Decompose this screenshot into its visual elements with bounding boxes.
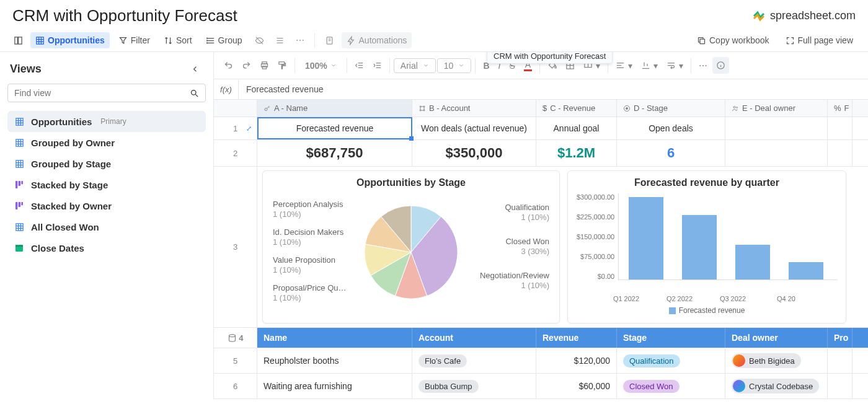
th-name[interactable]: Name (257, 328, 412, 348)
account-chip[interactable]: Flo's Cafe (418, 354, 467, 367)
th-prob[interactable]: Pro (828, 328, 852, 348)
wrap-button[interactable]: ▾ (663, 57, 687, 74)
fullpage-button[interactable]: Full page view (781, 32, 859, 48)
current-sheet-label: Opportunities (48, 35, 105, 45)
group-icon (206, 36, 215, 45)
owner-chip[interactable]: Beth Bigidea (732, 353, 801, 368)
cell-F1[interactable] (828, 117, 852, 139)
sidebar-view-item[interactable]: Close Dates (7, 237, 206, 258)
row-number[interactable]: 3 (214, 167, 257, 327)
cell-D1[interactable]: Open deals (617, 117, 725, 139)
sidebar-view-item[interactable]: OpportunitiesPrimary (7, 111, 206, 132)
row-number[interactable]: 2 (214, 140, 257, 166)
brand-logo[interactable]: spreadsheet.com (751, 9, 856, 24)
corner-cell[interactable] (214, 100, 257, 117)
row-number[interactable]: 5 (214, 348, 257, 373)
cell-B2[interactable]: $350,000 (412, 140, 536, 166)
cell-owner[interactable]: Crystal Codebase (725, 374, 828, 398)
pie-slice-label: Perception Analysis1 (10%) (273, 200, 343, 219)
find-view-input-wrap[interactable] (7, 84, 206, 102)
row-height-button[interactable] (272, 32, 288, 49)
cell-A1[interactable]: Forecasted revenue (257, 117, 412, 139)
fx-value[interactable]: Forecasted revenue (239, 79, 331, 99)
cell-account[interactable]: Bubba Gump (412, 374, 536, 398)
cell-E1[interactable] (725, 117, 828, 139)
svg-rect-2 (37, 37, 43, 43)
page-title: CRM with Opportunity Forecast (12, 6, 237, 25)
cell-name[interactable]: Reupholster booths (257, 348, 412, 373)
cell-D2[interactable]: 6 (617, 140, 725, 166)
row-number[interactable]: 6 (214, 374, 257, 398)
cell-name[interactable]: Waiting area furnishing (257, 374, 412, 398)
cell-revenue[interactable]: $120,000 (536, 348, 617, 373)
cell-stage[interactable]: Closed Won (617, 374, 725, 398)
row-number[interactable]: 1⤢ (214, 117, 257, 139)
filter-button[interactable]: Filter (113, 32, 155, 48)
th-account[interactable]: Account (412, 328, 536, 348)
sidebar-view-item[interactable]: Grouped by Stage (7, 153, 206, 174)
spreadsheet-grid[interactable]: A - Name B - Account $C - Revenue D - St… (214, 100, 868, 399)
cell-A2[interactable]: $687,750 (257, 140, 412, 166)
app-header: CRM with Opportunity Forecast spreadshee… (0, 0, 868, 29)
view-label: Opportunities (31, 117, 92, 127)
redo-button[interactable] (238, 57, 255, 74)
copy-workbook-button[interactable]: Copy workbook (692, 32, 774, 48)
info-button[interactable] (712, 57, 729, 74)
font-size-select[interactable]: 10 (437, 58, 472, 73)
th-revenue[interactable]: Revenue (536, 328, 617, 348)
col-header-D[interactable]: D - Stage (617, 100, 725, 117)
stage-chip[interactable]: Closed Won (623, 380, 680, 393)
col-header-B[interactable]: B - Account (412, 100, 536, 117)
collapse-sidebar-button[interactable] (187, 61, 203, 77)
stage-chip[interactable]: Qualification (623, 354, 680, 367)
group-button[interactable]: Group (201, 32, 247, 48)
col-header-F[interactable]: %F (828, 100, 852, 117)
font-family-select[interactable]: Arial (394, 58, 436, 73)
cell-prob[interactable] (828, 348, 852, 373)
indent-button[interactable] (369, 57, 386, 74)
hide-columns-button[interactable] (251, 32, 268, 49)
automations-button[interactable]: Automations (342, 32, 412, 48)
outdent-button[interactable] (351, 57, 368, 74)
share-form-button[interactable] (321, 32, 338, 49)
sidebar-view-item[interactable]: Stacked by Owner (7, 195, 206, 216)
zoom-select[interactable]: 100% (299, 59, 343, 73)
owner-chip[interactable]: Crystal Codebase (732, 379, 819, 394)
valign-button[interactable]: ▾ (637, 57, 662, 74)
cell-E2[interactable] (725, 140, 828, 166)
more-button[interactable]: ⋯ (292, 32, 308, 49)
cell-C1[interactable]: Annual goal (536, 117, 617, 139)
th-owner[interactable]: Deal owner (725, 328, 828, 348)
col-header-E[interactable]: E - Deal owner (725, 100, 828, 117)
redo-icon (242, 61, 251, 70)
overflow-menu-button[interactable]: ⋯ (695, 57, 711, 74)
th-stage[interactable]: Stage (617, 328, 725, 348)
views-panel-toggle[interactable] (10, 32, 27, 49)
find-view-input[interactable] (14, 88, 190, 98)
cell-B1[interactable]: Won deals (actual revenue) (412, 117, 536, 139)
col-header-A[interactable]: A - Name (257, 100, 412, 117)
current-sheet-tab[interactable]: Opportunities (30, 32, 110, 48)
account-chip[interactable]: Bubba Gump (418, 380, 479, 393)
undo-button[interactable] (220, 57, 237, 74)
svg-rect-1 (19, 37, 22, 43)
print-button[interactable] (256, 57, 273, 74)
pie-chart: Perception Analysis1 (10%)Id. Decision M… (272, 193, 551, 311)
cell-F2[interactable] (828, 140, 852, 166)
cell-owner[interactable]: Beth Bigidea (725, 348, 828, 373)
cell-prob[interactable] (828, 374, 852, 398)
row-number[interactable]: 4 (214, 328, 257, 348)
cell-account[interactable]: Flo's Cafe (412, 348, 536, 373)
sidebar-view-item[interactable]: Stacked by Stage (7, 174, 206, 195)
format-painter-button[interactable] (274, 57, 291, 74)
cell-stage[interactable]: Qualification (617, 348, 725, 373)
grid-view-icon (14, 158, 25, 169)
sidebar-view-item[interactable]: Grouped by Owner (7, 132, 206, 153)
sort-button[interactable]: Sort (159, 32, 197, 48)
cell-revenue[interactable]: $60,000 (536, 374, 617, 398)
halign-button[interactable]: ▾ (612, 57, 636, 74)
expand-row-button[interactable]: ⤢ (246, 125, 252, 133)
cell-C2[interactable]: $1.2M (536, 140, 617, 166)
sidebar-view-item[interactable]: All Closed Won (7, 216, 206, 237)
col-header-C[interactable]: $C - Revenue (536, 100, 617, 117)
